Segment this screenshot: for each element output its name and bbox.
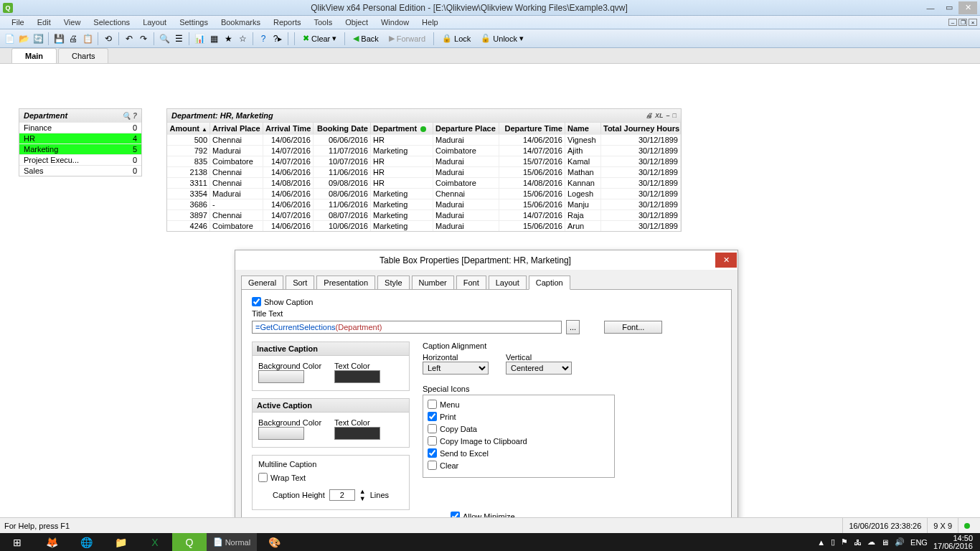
minimize-icon[interactable]: – xyxy=(666,112,670,119)
clock[interactable]: 14:5017/06/2016 xyxy=(933,534,973,550)
menu-file[interactable]: File xyxy=(6,17,30,28)
print-preview-icon[interactable]: 📋 xyxy=(81,32,94,45)
search-icon[interactable]: 🔍 xyxy=(158,32,171,45)
start-button[interactable]: ⊞ xyxy=(0,533,34,551)
chart-icon[interactable]: 📊 xyxy=(193,32,206,45)
column-header[interactable]: Department xyxy=(371,123,433,134)
devices-icon[interactable]: 🖥 xyxy=(881,538,889,547)
back-button[interactable]: ◀Back xyxy=(349,32,382,46)
flag-icon[interactable]: ⚑ xyxy=(841,537,848,547)
caption-height-input[interactable] xyxy=(329,489,355,501)
dialog-tab[interactable]: Caption xyxy=(529,276,570,290)
menu-bookmarks[interactable]: Bookmarks xyxy=(215,17,266,28)
firefox-icon[interactable]: 🦊 xyxy=(34,533,69,551)
lock-button[interactable]: 🔒Lock xyxy=(438,32,475,46)
tablebox[interactable]: Department: HR, Marketing 🖨 XL – □ Amoun… xyxy=(166,108,682,232)
title-text-input[interactable]: =GetCurrentSelections(Department) xyxy=(252,321,562,334)
undo-icon[interactable]: ↶ xyxy=(123,32,136,45)
task-normal[interactable]: 📄 Normal xyxy=(207,533,257,551)
clear-button[interactable]: ✖Clear▾ xyxy=(298,32,341,46)
column-header[interactable]: Name xyxy=(565,123,601,134)
menu-selections[interactable]: Selections xyxy=(88,17,136,28)
maximize-icon[interactable]: □ xyxy=(673,112,677,119)
menu-tools[interactable]: Tools xyxy=(308,17,338,28)
special-icon-checkbox[interactable] xyxy=(428,436,437,446)
tab-main[interactable]: Main xyxy=(11,48,57,63)
column-header[interactable]: Arrival Time xyxy=(263,123,314,134)
table-row[interactable]: 2138Chennai14/06/201611/06/2016HRMadurai… xyxy=(167,166,681,177)
list-item[interactable]: Marketing5 xyxy=(19,143,141,154)
menu-window[interactable]: Window xyxy=(375,17,415,28)
column-header[interactable]: Departure Place xyxy=(433,123,499,134)
column-header[interactable]: Arrival Place xyxy=(210,123,263,134)
table-row[interactable]: 3311Chennai14/08/201609/08/2016HRCoimbat… xyxy=(167,177,681,188)
menu-settings[interactable]: Settings xyxy=(174,17,214,28)
special-icon-checkbox[interactable] xyxy=(428,448,437,458)
redo-icon[interactable]: ↷ xyxy=(137,32,150,45)
special-icon-checkbox[interactable] xyxy=(428,400,437,409)
dialog-tab[interactable]: Layout xyxy=(489,276,527,290)
wrap-text-checkbox[interactable] xyxy=(258,473,268,482)
network-icon[interactable]: 🖧 xyxy=(854,538,862,547)
refresh-icon[interactable]: 🔄 xyxy=(32,32,44,45)
table-row[interactable]: 3897Chennai14/07/201608/07/2016Marketing… xyxy=(167,209,681,220)
doc-restore-button[interactable]: ❐ xyxy=(958,19,967,26)
active-txt-swatch[interactable] xyxy=(334,427,380,440)
maximize-button[interactable]: ▭ xyxy=(940,1,958,14)
new-icon[interactable]: 📄 xyxy=(3,32,16,45)
list-item[interactable]: HR4 xyxy=(19,133,141,143)
qlikview-icon[interactable]: Q xyxy=(172,533,207,551)
dialog-tab[interactable]: General xyxy=(241,276,283,290)
table-row[interactable]: 3354Madurai14/06/201608/06/2016Marketing… xyxy=(167,188,681,199)
column-header[interactable]: Departure Time xyxy=(499,123,565,134)
vertical-select[interactable]: Centered xyxy=(506,362,572,375)
dialog-tab[interactable]: Presentation xyxy=(316,276,375,290)
close-button[interactable]: ✕ xyxy=(958,1,977,14)
cloud-icon[interactable]: ☁ xyxy=(867,537,875,547)
explorer-icon[interactable]: 📁 xyxy=(103,533,138,551)
excel-icon[interactable]: X xyxy=(138,533,172,551)
table-row[interactable]: 792Madurai14/07/201611/07/2016MarketingC… xyxy=(167,145,681,156)
font-button[interactable]: Font... xyxy=(604,321,662,334)
minimize-button[interactable]: — xyxy=(921,1,940,14)
menu-layout[interactable]: Layout xyxy=(137,17,172,28)
active-bg-swatch[interactable] xyxy=(258,427,304,440)
bookmark-add-icon[interactable]: ★ xyxy=(222,32,235,45)
column-header[interactable]: Amount ▲ xyxy=(167,123,210,134)
bookmark-icon[interactable]: ☆ xyxy=(236,32,249,45)
unlock-button[interactable]: 🔓Unlock▾ xyxy=(476,32,528,46)
dialog-tab[interactable]: Style xyxy=(377,276,409,290)
doc-close-button[interactable]: × xyxy=(969,19,977,26)
column-header[interactable]: Booking Date xyxy=(314,123,371,134)
list-item[interactable]: Finance0 xyxy=(19,122,141,133)
dialog-tab[interactable]: Number xyxy=(412,276,454,290)
show-caption-checkbox[interactable] xyxy=(252,297,261,306)
help-icon[interactable]: ? xyxy=(257,32,270,45)
help-icon[interactable]: ? xyxy=(133,112,137,120)
expression-button[interactable]: ... xyxy=(566,320,580,334)
open-icon[interactable]: 📂 xyxy=(17,32,30,45)
inactive-bg-swatch[interactable] xyxy=(258,370,304,383)
menu-reports[interactable]: Reports xyxy=(268,17,307,28)
print-icon[interactable]: 🖨 xyxy=(646,112,652,119)
menu-help[interactable]: Help xyxy=(416,17,444,28)
menu-edit[interactable]: Edit xyxy=(32,17,57,28)
dialog-close-button[interactable]: ✕ xyxy=(715,253,737,268)
inactive-txt-swatch[interactable] xyxy=(334,370,380,383)
save-icon[interactable]: 💾 xyxy=(52,32,65,45)
search-icon[interactable]: 🔍 xyxy=(122,112,131,120)
whatsthis-icon[interactable]: ?▸ xyxy=(271,32,284,45)
excel-icon[interactable]: XL xyxy=(655,112,664,119)
chrome-icon[interactable]: 🌐 xyxy=(69,533,103,551)
table-icon[interactable]: ▦ xyxy=(207,32,220,45)
forward-button[interactable]: ▶Forward xyxy=(385,32,430,46)
language-indicator[interactable]: ENG xyxy=(910,538,928,547)
table-row[interactable]: 3686-14/06/201611/06/2016MarketingMadura… xyxy=(167,199,681,209)
list-item[interactable]: Sales0 xyxy=(19,165,141,176)
print-icon[interactable]: 🖨 xyxy=(67,32,80,45)
table-row[interactable]: 4246Coimbatore14/06/201610/06/2016Market… xyxy=(167,220,681,231)
doc-min-button[interactable]: – xyxy=(948,19,957,26)
volume-icon[interactable]: 🔊 xyxy=(895,537,905,547)
special-icon-checkbox[interactable] xyxy=(428,424,437,433)
menu-object[interactable]: Object xyxy=(339,17,374,28)
